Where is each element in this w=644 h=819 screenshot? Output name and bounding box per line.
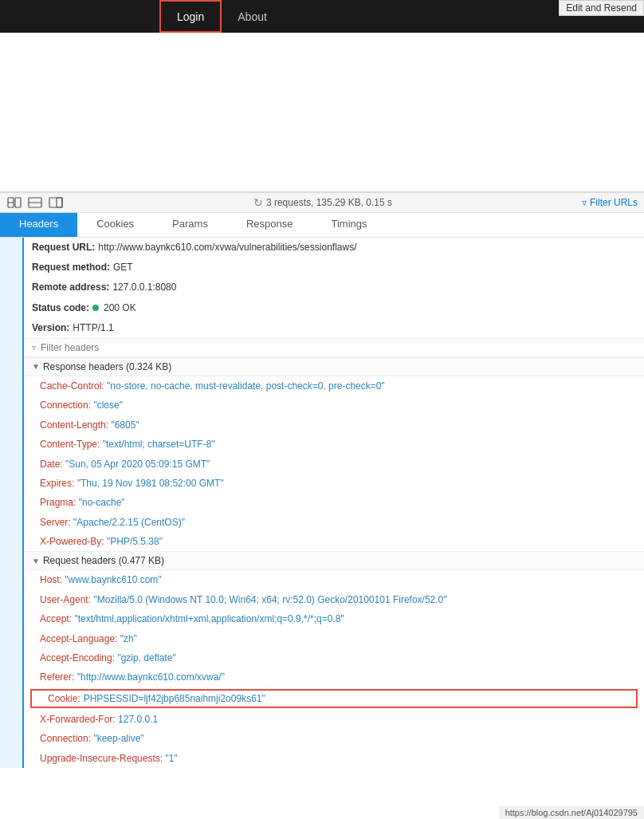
resp-header-key: Expires: — [40, 478, 74, 489]
remote-address-value: 127.0.0.1:8080 — [112, 280, 176, 295]
top-navigation: Login About — [0, 0, 644, 33]
layout-split-icon[interactable] — [6, 196, 22, 209]
tab-params[interactable]: Params — [153, 213, 227, 237]
bottom-status-url: https://blog.csdn.net/Aj014029795 — [499, 806, 644, 819]
request-method-row: Request method: GET — [24, 258, 644, 278]
req-header-val: "www.baynkc610.com" — [65, 574, 161, 585]
request-header-item: User-Agent: "Mozilla/5.0 (Windows NT 10.… — [24, 590, 644, 609]
request-headers-list: Host: "www.baynkc610.com"User-Agent: "Mo… — [24, 570, 644, 687]
filter-icon: ▿ — [582, 197, 587, 208]
response-header-item: X-Powered-By: "PHP/5.5.38" — [24, 532, 644, 551]
request-header-item: Host: "www.baynkc610.com" — [24, 570, 644, 589]
filter-headers-label[interactable]: Filter headers — [41, 342, 99, 353]
trailing-header-item: X-Forwarded-For: 127.0.0.1 — [24, 710, 644, 729]
resp-header-val: "no-cache" — [79, 497, 125, 508]
req-header-key: Accept-Encoding: — [40, 652, 115, 663]
req-header-val: "Mozilla/5.0 (Windows NT 10.0; Win64; x6… — [93, 594, 446, 605]
trailing-header-val: "keep-alive" — [93, 733, 143, 744]
devtools-dock-icons — [6, 196, 64, 209]
response-header-item: Pragma: "no-cache" — [24, 493, 644, 512]
dock-icon[interactable] — [48, 196, 64, 209]
response-section-arrow: ▼ — [32, 362, 40, 371]
response-header-item: Content-Type: "text/html; charset=UTF-8" — [24, 435, 644, 454]
filter-headers-row: ▿ Filter headers — [24, 338, 644, 357]
req-header-key: Referer: — [40, 671, 74, 683]
resp-header-key: Content-Length: — [40, 419, 108, 431]
resp-header-val: "6805" — [111, 419, 139, 431]
resp-header-key: Pragma: — [40, 497, 76, 508]
request-headers-section[interactable]: ▼ Request headers (0.477 KB) — [24, 551, 644, 570]
devtools-tabs: Headers Cookies Params Response Timings — [0, 213, 644, 238]
resp-header-key: Connection: — [40, 400, 91, 411]
resp-header-val: "Sun, 05 Apr 2020 05:09:15 GMT" — [65, 459, 210, 470]
trailing-header-val: "1" — [165, 753, 177, 764]
panel-icon[interactable] — [27, 196, 43, 209]
request-header-item: Accept-Encoding: "gzip, deflate" — [24, 648, 644, 667]
request-header-item: Referer: "http://www.baynkc610.com/xvwa/… — [24, 667, 644, 687]
edit-resend-button[interactable]: Edit and Resend — [559, 0, 644, 16]
svg-rect-6 — [57, 198, 62, 207]
response-header-item: Content-Length: "6805" — [24, 415, 644, 435]
request-method-key: Request method: — [32, 260, 110, 275]
response-header-item: Cache-Control: "no-store, no-cache, must… — [24, 376, 644, 396]
request-header-item: Accept-Language: "zh" — [24, 629, 644, 648]
response-headers-title: Response headers (0.324 KB) — [43, 361, 171, 372]
page-content-area — [0, 33, 644, 192]
svg-rect-5 — [49, 198, 62, 207]
status-code-row: Status code: 200 OK — [24, 298, 644, 318]
req-header-val: "http://www.baynkc610.com/xvwa/" — [77, 671, 225, 683]
request-url-row: Request URL: http://www.baynkc610.com/xv… — [24, 238, 644, 258]
resp-header-key: Server: — [40, 517, 71, 528]
cookie-value: PHPSESSID=ljf42jbp685naihmji2o09ks61" — [84, 693, 265, 704]
remote-address-row: Remote address: 127.0.0.1:8080 Edit and … — [24, 278, 644, 297]
response-header-item: Connection: "close" — [24, 396, 644, 415]
filter-urls-button[interactable]: ▿ Filter URLs — [582, 197, 638, 208]
req-header-val: "gzip, deflate" — [117, 652, 175, 663]
status-code-value: 200 OK — [104, 301, 136, 316]
trailing-header-key: Upgrade-Insecure-Requests: — [40, 753, 163, 764]
resp-header-val: "PHP/5.5.38" — [107, 536, 163, 547]
request-panel: Request URL: http://www.baynkc610.com/xv… — [0, 238, 644, 768]
tab-response[interactable]: Response — [227, 213, 312, 237]
tab-timings[interactable]: Timings — [312, 213, 386, 237]
nav-about[interactable]: About — [222, 0, 283, 33]
response-header-item: Expires: "Thu, 19 Nov 1981 08:52:00 GMT" — [24, 474, 644, 493]
remote-address-key: Remote address: — [32, 280, 109, 295]
resp-header-val: "Thu, 19 Nov 1981 08:52:00 GMT" — [77, 478, 224, 489]
req-header-key: Accept: — [40, 613, 72, 624]
request-method-value: GET — [113, 260, 133, 275]
req-header-key: User-Agent: — [40, 594, 91, 605]
refresh-icon: ↻ — [253, 196, 263, 209]
tab-cookies[interactable]: Cookies — [77, 213, 153, 237]
trailing-headers-list: X-Forwarded-For: 127.0.0.1Connection: "k… — [24, 710, 644, 768]
trailing-header-key: Connection: — [40, 733, 91, 744]
headers-content: Request URL: http://www.baynkc610.com/xv… — [24, 238, 644, 768]
version-row: Version: HTTP/1.1 — [24, 318, 644, 338]
trailing-header-item: Connection: "keep-alive" — [24, 729, 644, 748]
resp-header-val: "no-store, no-cache, must-revalidate, po… — [107, 380, 385, 392]
trailing-header-key: X-Forwarded-For: — [40, 714, 116, 725]
version-key: Version: — [32, 321, 69, 336]
requests-info: ↻ 3 requests, 135.29 KB, 0.15 s — [253, 196, 392, 209]
trailing-header-item: Upgrade-Insecure-Requests: "1" — [24, 749, 644, 768]
tab-headers[interactable]: Headers — [0, 213, 77, 237]
request-section-arrow: ▼ — [32, 557, 40, 565]
trailing-header-val: 127.0.0.1 — [118, 714, 158, 725]
nav-login[interactable]: Login — [159, 0, 222, 33]
request-url-key: Request URL: — [32, 240, 95, 255]
svg-rect-1 — [15, 198, 21, 207]
resp-header-val: "Apache/2.2.15 (CentOS)" — [73, 517, 185, 528]
response-header-item: Server: "Apache/2.2.15 (CentOS)" — [24, 513, 644, 532]
request-url-value: http://www.baynkc610.com/xvwa/vulnerabil… — [98, 240, 356, 255]
resp-header-key: Content-Type: — [40, 439, 100, 450]
response-header-item: Date: "Sun, 05 Apr 2020 05:09:15 GMT" — [24, 455, 644, 474]
resp-header-val: "close" — [93, 400, 123, 411]
response-headers-section[interactable]: ▼ Response headers (0.324 KB) — [24, 357, 644, 376]
resp-header-key: Date: — [40, 459, 63, 470]
filter-headers-icon: ▿ — [32, 343, 36, 352]
devtools-toolbar: ↻ 3 requests, 135.29 KB, 0.15 s ▿ Filter… — [0, 193, 644, 213]
request-header-item: Accept: "text/html,application/xhtml+xml… — [24, 609, 644, 628]
cookie-key: Cookie: — [48, 693, 80, 704]
request-headers-title: Request headers (0.477 KB) — [43, 555, 164, 566]
request-sidebar — [0, 238, 24, 768]
